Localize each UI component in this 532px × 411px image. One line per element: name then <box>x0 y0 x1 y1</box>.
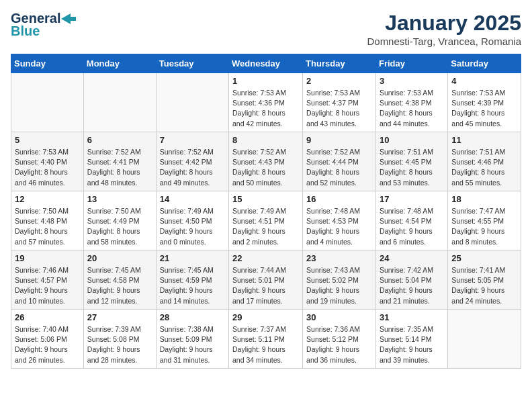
day-info: Sunrise: 7:53 AM Sunset: 4:36 PM Dayligh… <box>232 88 299 129</box>
day-number: 7 <box>160 135 225 145</box>
day-info: Sunrise: 7:39 AM Sunset: 5:08 PM Dayligh… <box>87 324 152 365</box>
day-info: Sunrise: 7:37 AM Sunset: 5:11 PM Dayligh… <box>232 324 299 365</box>
day-number: 6 <box>87 135 152 145</box>
calendar-cell: 28Sunrise: 7:38 AM Sunset: 5:09 PM Dayli… <box>156 310 228 369</box>
weekday-header: Saturday <box>448 54 521 73</box>
day-number: 2 <box>306 76 372 86</box>
day-info: Sunrise: 7:46 AM Sunset: 4:57 PM Dayligh… <box>15 265 80 306</box>
day-info: Sunrise: 7:45 AM Sunset: 4:58 PM Dayligh… <box>87 265 152 306</box>
day-number: 18 <box>451 194 517 204</box>
calendar-cell: 21Sunrise: 7:45 AM Sunset: 4:59 PM Dayli… <box>156 250 228 310</box>
day-number: 29 <box>232 312 299 322</box>
calendar-week-row: 19Sunrise: 7:46 AM Sunset: 4:57 PM Dayli… <box>11 250 521 310</box>
day-info: Sunrise: 7:40 AM Sunset: 5:06 PM Dayligh… <box>15 324 80 365</box>
day-info: Sunrise: 7:53 AM Sunset: 4:39 PM Dayligh… <box>451 88 517 129</box>
calendar-cell: 29Sunrise: 7:37 AM Sunset: 5:11 PM Dayli… <box>229 310 303 369</box>
day-number: 20 <box>87 253 152 263</box>
day-info: Sunrise: 7:38 AM Sunset: 5:09 PM Dayligh… <box>160 324 225 365</box>
calendar-cell: 4Sunrise: 7:53 AM Sunset: 4:39 PM Daylig… <box>448 73 521 132</box>
day-number: 16 <box>306 194 372 204</box>
day-number: 28 <box>160 312 225 322</box>
calendar-cell <box>448 310 521 369</box>
calendar-cell: 26Sunrise: 7:40 AM Sunset: 5:06 PM Dayli… <box>11 310 84 369</box>
day-number: 5 <box>15 135 80 145</box>
day-number: 19 <box>15 253 80 263</box>
day-info: Sunrise: 7:51 AM Sunset: 4:46 PM Dayligh… <box>451 147 517 188</box>
weekday-header: Monday <box>83 54 156 73</box>
day-info: Sunrise: 7:45 AM Sunset: 4:59 PM Dayligh… <box>160 265 225 306</box>
calendar-cell: 6Sunrise: 7:52 AM Sunset: 4:41 PM Daylig… <box>83 132 156 191</box>
day-info: Sunrise: 7:42 AM Sunset: 5:04 PM Dayligh… <box>380 265 444 306</box>
day-info: Sunrise: 7:48 AM Sunset: 4:53 PM Dayligh… <box>306 206 372 247</box>
calendar-cell: 24Sunrise: 7:42 AM Sunset: 5:04 PM Dayli… <box>375 250 447 310</box>
day-info: Sunrise: 7:49 AM Sunset: 4:51 PM Dayligh… <box>232 206 299 247</box>
calendar-week-row: 1Sunrise: 7:53 AM Sunset: 4:36 PM Daylig… <box>11 73 521 132</box>
calendar-cell: 18Sunrise: 7:47 AM Sunset: 4:55 PM Dayli… <box>448 191 521 250</box>
day-number: 4 <box>451 76 517 86</box>
calendar-cell <box>83 73 156 132</box>
day-number: 25 <box>451 253 517 263</box>
day-info: Sunrise: 7:41 AM Sunset: 5:05 PM Dayligh… <box>451 265 517 306</box>
calendar-cell: 1Sunrise: 7:53 AM Sunset: 4:36 PM Daylig… <box>229 73 303 132</box>
calendar-cell: 2Sunrise: 7:53 AM Sunset: 4:37 PM Daylig… <box>303 73 376 132</box>
calendar-cell: 22Sunrise: 7:44 AM Sunset: 5:01 PM Dayli… <box>229 250 303 310</box>
calendar-cell: 11Sunrise: 7:51 AM Sunset: 4:46 PM Dayli… <box>448 132 521 191</box>
day-number: 23 <box>306 253 372 263</box>
day-info: Sunrise: 7:53 AM Sunset: 4:37 PM Dayligh… <box>306 88 372 129</box>
calendar-cell: 25Sunrise: 7:41 AM Sunset: 5:05 PM Dayli… <box>448 250 521 310</box>
day-number: 24 <box>380 253 444 263</box>
svg-marker-0 <box>61 13 76 24</box>
calendar-cell: 27Sunrise: 7:39 AM Sunset: 5:08 PM Dayli… <box>83 310 156 369</box>
calendar-week-row: 12Sunrise: 7:50 AM Sunset: 4:48 PM Dayli… <box>11 191 521 250</box>
calendar-cell: 19Sunrise: 7:46 AM Sunset: 4:57 PM Dayli… <box>11 250 84 310</box>
day-info: Sunrise: 7:51 AM Sunset: 4:45 PM Dayligh… <box>380 147 444 188</box>
day-info: Sunrise: 7:47 AM Sunset: 4:55 PM Dayligh… <box>451 206 517 247</box>
weekday-header: Friday <box>375 54 447 73</box>
calendar-cell: 5Sunrise: 7:53 AM Sunset: 4:40 PM Daylig… <box>11 132 84 191</box>
day-info: Sunrise: 7:35 AM Sunset: 5:14 PM Dayligh… <box>380 324 444 365</box>
day-number: 11 <box>451 135 517 145</box>
calendar-cell: 23Sunrise: 7:43 AM Sunset: 5:02 PM Dayli… <box>303 250 376 310</box>
day-number: 17 <box>380 194 444 204</box>
day-info: Sunrise: 7:50 AM Sunset: 4:49 PM Dayligh… <box>87 206 152 247</box>
weekday-header: Thursday <box>303 54 376 73</box>
location: Domnesti-Targ, Vrancea, Romania <box>367 36 521 47</box>
day-info: Sunrise: 7:44 AM Sunset: 5:01 PM Dayligh… <box>232 265 299 306</box>
calendar-cell <box>11 73 84 132</box>
title-block: January 2025 Domnesti-Targ, Vrancea, Rom… <box>367 11 521 47</box>
day-number: 14 <box>160 194 225 204</box>
day-info: Sunrise: 7:53 AM Sunset: 4:40 PM Dayligh… <box>15 147 80 188</box>
calendar-cell: 20Sunrise: 7:45 AM Sunset: 4:58 PM Dayli… <box>83 250 156 310</box>
calendar-cell: 17Sunrise: 7:48 AM Sunset: 4:54 PM Dayli… <box>375 191 447 250</box>
day-info: Sunrise: 7:52 AM Sunset: 4:41 PM Dayligh… <box>87 147 152 188</box>
day-number: 26 <box>15 312 80 322</box>
day-number: 12 <box>15 194 80 204</box>
calendar-cell: 16Sunrise: 7:48 AM Sunset: 4:53 PM Dayli… <box>303 191 376 250</box>
month-title: January 2025 <box>367 11 521 36</box>
calendar-cell: 10Sunrise: 7:51 AM Sunset: 4:45 PM Dayli… <box>375 132 447 191</box>
day-info: Sunrise: 7:43 AM Sunset: 5:02 PM Dayligh… <box>306 265 372 306</box>
calendar-cell: 14Sunrise: 7:49 AM Sunset: 4:50 PM Dayli… <box>156 191 228 250</box>
weekday-header: Sunday <box>11 54 84 73</box>
calendar-week-row: 5Sunrise: 7:53 AM Sunset: 4:40 PM Daylig… <box>11 132 521 191</box>
calendar-cell: 9Sunrise: 7:52 AM Sunset: 4:44 PM Daylig… <box>303 132 376 191</box>
calendar-cell <box>156 73 228 132</box>
calendar-header: SundayMondayTuesdayWednesdayThursdayFrid… <box>11 54 521 73</box>
day-number: 31 <box>380 312 444 322</box>
day-info: Sunrise: 7:50 AM Sunset: 4:48 PM Dayligh… <box>15 206 80 247</box>
day-info: Sunrise: 7:49 AM Sunset: 4:50 PM Dayligh… <box>160 206 225 247</box>
day-number: 3 <box>380 76 444 86</box>
day-info: Sunrise: 7:52 AM Sunset: 4:43 PM Dayligh… <box>232 147 299 188</box>
calendar-table: SundayMondayTuesdayWednesdayThursdayFrid… <box>11 54 521 369</box>
calendar-body: 1Sunrise: 7:53 AM Sunset: 4:36 PM Daylig… <box>11 73 521 369</box>
day-number: 15 <box>232 194 299 204</box>
day-number: 10 <box>380 135 444 145</box>
logo-blue: Blue <box>11 24 40 39</box>
day-number: 27 <box>87 312 152 322</box>
day-number: 30 <box>306 312 372 322</box>
day-info: Sunrise: 7:52 AM Sunset: 4:42 PM Dayligh… <box>160 147 225 188</box>
weekday-header: Wednesday <box>229 54 303 73</box>
calendar-cell: 30Sunrise: 7:36 AM Sunset: 5:12 PM Dayli… <box>303 310 376 369</box>
calendar-cell: 15Sunrise: 7:49 AM Sunset: 4:51 PM Dayli… <box>229 191 303 250</box>
day-info: Sunrise: 7:53 AM Sunset: 4:38 PM Dayligh… <box>380 88 444 129</box>
